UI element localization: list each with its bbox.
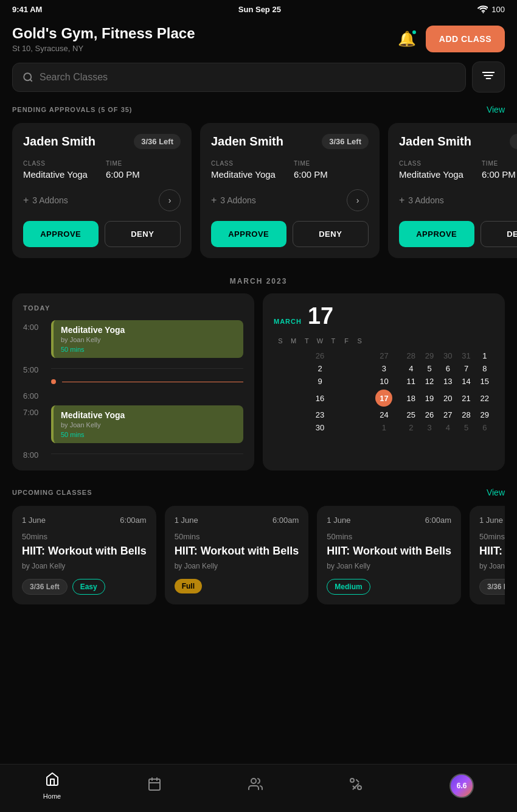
calendar-day-cell[interactable]: 19	[420, 388, 439, 408]
status-time: 9:41 AM	[12, 5, 42, 14]
notifications-button[interactable]: 🔔	[398, 30, 416, 47]
today-panel: TODAY 4:00 Meditative Yoga by Joan Kelly…	[12, 293, 254, 471]
time-label: TIME	[106, 160, 140, 167]
class-value: Meditative Yoga	[399, 169, 463, 180]
calendar-day-cell[interactable]: 5	[420, 362, 439, 375]
calendar-day-cell[interactable]: 29	[420, 349, 439, 362]
calendar-day-cell[interactable]: 3	[420, 421, 439, 434]
approve-button[interactable]: APPROVE	[211, 221, 286, 247]
card-arrow-button[interactable]: ›	[159, 189, 181, 211]
calendar-day-cell[interactable]: 25	[402, 408, 420, 421]
calendar-day-cell[interactable]: 6	[476, 421, 494, 434]
calendar-day-cell[interactable]: 24	[366, 408, 402, 421]
calendar-body: 2627282930311234567891011121314151617181…	[274, 349, 494, 434]
calendar-day-cell[interactable]: 6	[439, 362, 457, 375]
search-input[interactable]	[40, 72, 456, 83]
calendar-day-cell[interactable]: 1	[366, 421, 402, 434]
nav-calendar[interactable]	[147, 777, 162, 795]
time-marker-800: 8:00	[23, 448, 243, 460]
calendar-day-cell[interactable]: 5	[457, 421, 475, 434]
calendar-day-cell[interactable]: 20	[439, 388, 457, 408]
calendar-day-cell[interactable]: 28	[402, 349, 420, 362]
uc-class-name: HIIT: Workout with Bells	[22, 545, 147, 558]
nav-activity[interactable]	[349, 777, 363, 795]
time-label-800: 8:00	[23, 448, 45, 460]
uc-by: by Joan Kelly	[175, 562, 299, 570]
home-icon	[45, 772, 60, 790]
class-name: Meditative Yoga	[61, 410, 236, 420]
calendar-day-cell[interactable]: 29	[476, 408, 494, 421]
calendar-day-cell[interactable]: 11	[402, 375, 420, 388]
pending-view-button[interactable]: View	[487, 105, 505, 114]
deny-button[interactable]: DENY	[105, 221, 181, 247]
calendar-day-cell[interactable]: 26	[274, 349, 366, 362]
uc-date-row: 1 June 6:00am	[175, 516, 299, 525]
deny-button[interactable]: DENY	[481, 221, 518, 247]
calendar-day-cell[interactable]: 21	[457, 388, 475, 408]
uc-duration: 50mins	[479, 532, 505, 541]
filter-button[interactable]	[472, 61, 505, 93]
calendar-day-cell[interactable]: 2	[274, 362, 366, 375]
upcoming-view-button[interactable]: View	[487, 488, 505, 497]
card-actions: APPROVE DENY	[211, 221, 369, 247]
calendar-day-cell[interactable]: 13	[439, 375, 457, 388]
nav-people[interactable]	[248, 777, 263, 795]
upcoming-card-0[interactable]: 1 June 6:00am 50mins HIIT: Workout with …	[12, 506, 156, 604]
badge-medium: Medium	[327, 579, 370, 595]
calendar-day-cell[interactable]: 27	[439, 408, 457, 421]
calendar-day-cell[interactable]: 23	[274, 408, 366, 421]
class-duration: 50 mins	[61, 431, 236, 438]
approve-button[interactable]: APPROVE	[23, 221, 99, 247]
calendar-day-cell[interactable]: 8	[476, 362, 494, 375]
calendar-day-cell[interactable]: 16	[274, 388, 366, 408]
app-header: Gold's Gym, Fitness Place St 10, Syracus…	[0, 19, 517, 61]
calendar-day-cell[interactable]: 4	[439, 421, 457, 434]
card-slots-badge: 3/36 Left	[134, 134, 181, 149]
upcoming-card-3[interactable]: 1 June 6:00am 50mins HIIT: Workout with …	[470, 506, 505, 604]
time-value: 6:00 PM	[106, 169, 140, 180]
calendar-day-cell[interactable]: 9	[274, 375, 366, 388]
calendar-day-cell[interactable]: 30	[439, 349, 457, 362]
calendar-day-cell[interactable]: 4	[402, 362, 420, 375]
class-block-evening[interactable]: Meditative Yoga by Joan Kelly 50 mins	[51, 405, 243, 443]
upcoming-card-1[interactable]: 1 June 6:00am 50mins HIIT: Workout with …	[165, 506, 309, 604]
card-arrow-button[interactable]: ›	[347, 189, 369, 211]
calendar-day-cell[interactable]: 1	[476, 349, 494, 362]
nav-home[interactable]: Home	[43, 772, 61, 800]
calendar-day-cell[interactable]: 14	[457, 375, 475, 388]
class-value: Meditative Yoga	[211, 169, 276, 180]
calendar-day-cell[interactable]: 30	[274, 421, 366, 434]
addons-count: 3 Addons	[408, 195, 443, 205]
today-label: TODAY	[23, 304, 243, 312]
calendar-day-cell[interactable]: 27	[366, 349, 402, 362]
calendar-day-cell[interactable]: 26	[420, 408, 439, 421]
mini-day-number: 17	[308, 304, 333, 327]
class-block-morning[interactable]: Meditative Yoga by Joan Kelly 50 mins	[51, 320, 243, 358]
calendar-day-cell[interactable]: 28	[457, 408, 475, 421]
calendar-day-cell[interactable]: 17	[366, 388, 402, 408]
upcoming-classes-header: UPCOMING CLASSES View	[0, 488, 517, 497]
calendar-day-cell[interactable]: 12	[420, 375, 439, 388]
calendar-day-cell[interactable]: 3	[366, 362, 402, 375]
card-time-detail: TIME 6:00 PM	[294, 160, 328, 180]
calendar-day-cell[interactable]: 22	[476, 388, 494, 408]
class-label: CLASS	[211, 160, 276, 167]
nav-profile[interactable]: 6.6	[449, 774, 474, 798]
card-slots-badge: 3/36 Left	[510, 134, 517, 149]
deny-button[interactable]: DENY	[293, 221, 369, 247]
uc-duration: 50mins	[175, 532, 299, 541]
time-label-500: 5:00	[23, 363, 45, 374]
class-by: by Joan Kelly	[61, 336, 236, 343]
calendar-day-cell[interactable]: 2	[402, 421, 420, 434]
calendar-dow-cell: T	[327, 335, 340, 347]
approve-button[interactable]: APPROVE	[399, 221, 474, 247]
calendar-day-cell[interactable]: 31	[457, 349, 475, 362]
calendar-day-cell[interactable]: 10	[366, 375, 402, 388]
card-addons: + 3 Addons ›	[399, 189, 517, 211]
add-class-button[interactable]: ADD CLASS	[426, 26, 505, 52]
plus-icon: +	[23, 195, 29, 206]
upcoming-card-2[interactable]: 1 June 6:00am 50mins HIIT: Workout with …	[317, 506, 461, 604]
calendar-day-cell[interactable]: 15	[476, 375, 494, 388]
calendar-day-cell[interactable]: 7	[457, 362, 475, 375]
calendar-day-cell[interactable]: 18	[402, 388, 420, 408]
